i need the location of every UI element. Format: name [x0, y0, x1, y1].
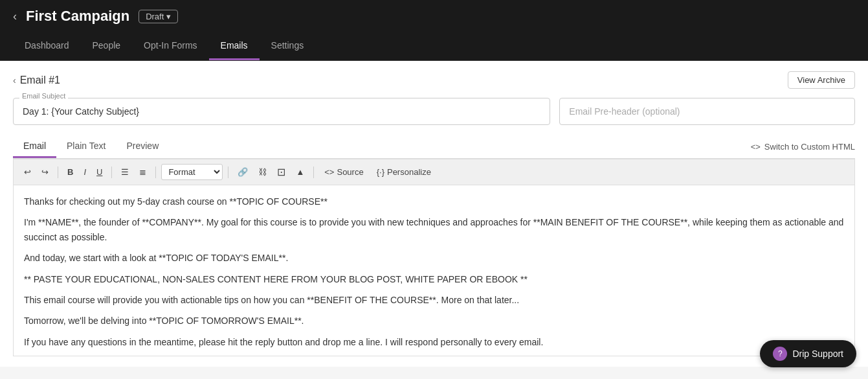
drip-support-icon: ?	[773, 347, 787, 361]
email-editor-body[interactable]: Thanks for checking out my 5-day crash c…	[13, 185, 855, 356]
draft-dropdown[interactable]: Draft ▾	[139, 10, 178, 23]
editor-tab-preview[interactable]: Preview	[116, 135, 169, 158]
blockquote-button[interactable]: ⊡	[273, 163, 289, 181]
personalize-button[interactable]: {·} Personalize	[372, 165, 436, 179]
link-button[interactable]: 🔗	[234, 165, 252, 179]
nav-tab-optin[interactable]: Opt-In Forms	[132, 32, 208, 60]
email-subject-input[interactable]	[13, 98, 550, 125]
editor-tab-email[interactable]: Email	[13, 135, 56, 158]
breadcrumb: ‹ Email #1	[13, 75, 60, 86]
nav-tab-people[interactable]: People	[81, 32, 133, 60]
nav-tabs: Dashboard People Opt-In Forms Emails Set…	[0, 32, 868, 61]
editor-line-1: Thanks for checking out my 5-day crash c…	[24, 194, 844, 209]
bold-button[interactable]: B	[63, 165, 77, 179]
breadcrumb-row: ‹ Email #1 View Archive	[13, 71, 855, 89]
toolbar-separator-3	[155, 167, 156, 178]
view-archive-button[interactable]: View Archive	[788, 71, 855, 89]
personalize-label: Personalize	[387, 167, 431, 177]
editor-toolbar: ↩ ↪ B I U ☰ ≣ Format Heading 1 Heading 2…	[13, 159, 855, 185]
source-button[interactable]: <> Source	[319, 165, 368, 179]
editor-line-7: If you have any questions in the meantim…	[24, 335, 844, 349]
image-button[interactable]: ▲	[292, 165, 308, 179]
drip-support-label: Drip Support	[792, 349, 843, 359]
editor-line-4: ** PASTE YOUR EDUCATIONAL, NON-SALES CON…	[24, 272, 844, 286]
email-preheader-input[interactable]	[559, 98, 855, 125]
editor-line-2: I'm **NAME**, the founder of **COMPANY**…	[24, 215, 844, 244]
list-ul-button[interactable]: ☰	[117, 165, 133, 179]
breadcrumb-back-icon[interactable]: ‹	[13, 75, 16, 86]
back-arrow-icon[interactable]: ‹	[13, 10, 17, 23]
breadcrumb-label: Email #1	[20, 75, 60, 86]
editor-tabs: Email Plain Text Preview <> Switch to Cu…	[13, 135, 855, 159]
code-icon: <>	[751, 142, 761, 152]
email-preheader-field	[559, 98, 855, 125]
email-subject-label: Email Subject	[19, 92, 68, 100]
nav-tab-dashboard[interactable]: Dashboard	[13, 32, 81, 60]
italic-button[interactable]: I	[80, 165, 90, 179]
format-select[interactable]: Format Heading 1 Heading 2 Paragraph	[161, 164, 223, 180]
top-header: ‹ First Campaign Draft ▾	[0, 0, 868, 32]
toolbar-separator-5	[313, 167, 314, 178]
campaign-title: First Campaign	[26, 8, 129, 25]
redo-button[interactable]: ↪	[38, 165, 52, 179]
toolbar-separator-2	[111, 167, 112, 178]
toolbar-separator-1	[58, 167, 58, 178]
editor-line-3: And today, we start with a look at **TOP…	[24, 251, 844, 265]
undo-button[interactable]: ↩	[20, 165, 35, 179]
source-code-icon: <>	[324, 167, 334, 177]
unlink-button[interactable]: ⛓	[254, 165, 271, 179]
switch-html-label: Switch to Custom HTML	[764, 142, 855, 152]
source-label: Source	[337, 167, 363, 177]
editor-line-6: Tomorrow, we'll be delving into **TOPIC …	[24, 314, 844, 328]
personalize-icon: {·}	[377, 167, 384, 177]
switch-html-button[interactable]: <> Switch to Custom HTML	[751, 137, 855, 157]
nav-tab-settings[interactable]: Settings	[260, 32, 316, 60]
list-ol-button[interactable]: ≣	[135, 165, 150, 179]
drip-support-button[interactable]: ? Drip Support	[760, 340, 856, 367]
fields-row: Email Subject	[13, 98, 855, 125]
email-subject-field: Email Subject	[13, 98, 550, 125]
toolbar-separator-4	[228, 167, 228, 178]
editor-line-8: And if you're ahead of the curve and wan…	[24, 356, 844, 356]
editor-tab-plaintext[interactable]: Plain Text	[56, 135, 116, 158]
underline-button[interactable]: U	[93, 165, 106, 179]
nav-tab-emails[interactable]: Emails	[209, 32, 260, 60]
editor-line-5: This email course will provide you with …	[24, 293, 844, 307]
main-content: ‹ Email #1 View Archive Email Subject Em…	[0, 61, 868, 367]
